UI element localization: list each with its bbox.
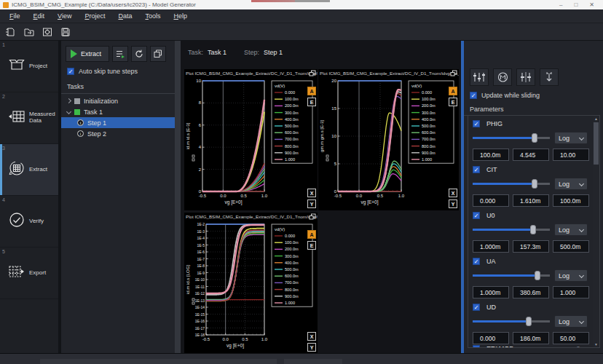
maximize-plot-icon[interactable] [309, 213, 316, 220]
slider-handle[interactable] [535, 271, 540, 280]
scroll-up-icon[interactable]: ▲ [593, 116, 599, 121]
plot-canvas-log[interactable]: Plot ICMG_BSIM_CMG_Example_Extract/DC_IV… [184, 213, 318, 354]
plot-canvas-idvg[interactable]: Plot ICMG_BSIM_CMG_Example_Extract/DC_IV… [184, 69, 318, 210]
param-max-field[interactable]: 1.000 [553, 286, 589, 298]
param-value-field[interactable]: 186.0m [513, 332, 549, 344]
param-checkbox-u0[interactable]: ✓ [473, 212, 480, 219]
menu-edit[interactable]: Edit [27, 9, 52, 23]
sidebar-item-extract[interactable]: 3Extract [0, 144, 58, 196]
maximize-icon[interactable]: □ [574, 0, 578, 9]
slider-handle[interactable] [532, 179, 537, 189]
open-project-icon[interactable] [23, 25, 36, 39]
e-button[interactable]: E [449, 98, 457, 106]
project-settings-icon[interactable] [41, 25, 54, 39]
scale-select-ud[interactable]: Log [554, 315, 588, 328]
y-axis-button[interactable]: Y [307, 199, 316, 208]
menu-data[interactable]: Data [111, 9, 138, 23]
param-checkbox-ua[interactable]: ✓ [473, 258, 480, 265]
param-max-field[interactable]: 50.00 [553, 332, 589, 344]
param-slider-u0[interactable] [473, 223, 550, 236]
param-min-field[interactable]: 1.000m [473, 240, 509, 253]
scrollbar-thumb[interactable] [594, 122, 599, 165]
param-value-field[interactable]: 4.545 [513, 149, 549, 161]
param-value-field[interactable]: 157.3m [513, 240, 549, 253]
scale-select-phig[interactable]: Log [554, 132, 588, 144]
parameter-scrollbar[interactable]: ▲ ▼ [593, 116, 599, 347]
autoscale-button[interactable]: A [307, 230, 316, 239]
menu-project[interactable]: Project [78, 9, 111, 23]
y-axis-button[interactable]: Y [307, 343, 316, 352]
menu-tools[interactable]: Tools [138, 9, 167, 23]
param-max-field[interactable]: 10.00 [553, 149, 589, 161]
menu-file[interactable]: File [3, 9, 27, 23]
chevron-down-icon[interactable] [66, 109, 71, 114]
param-value-field[interactable]: 1.610m [513, 194, 549, 207]
param-max-field[interactable]: 500.0m [553, 240, 589, 253]
slider-handle[interactable] [532, 133, 537, 143]
param-slider-cit[interactable] [473, 178, 550, 190]
param-min-field[interactable]: 1.000m [473, 286, 509, 298]
x-axis-button[interactable]: X [307, 189, 316, 197]
param-min-field[interactable]: 0.000 [473, 332, 509, 344]
tree-row-step-2[interactable]: iStep 2 [61, 128, 175, 139]
retune-m-icon[interactable] [493, 68, 512, 86]
param-value-field[interactable]: 380.6m [513, 286, 549, 298]
extract-button-label: Extract [81, 50, 101, 58]
task-toolbar: Extract [61, 41, 175, 66]
sidebar-item-export[interactable]: 5Export [0, 248, 58, 299]
sidebar-item-project[interactable]: 1Project [0, 41, 58, 92]
new-project-icon[interactable] [4, 25, 17, 39]
scale-select-ua[interactable]: Log [554, 269, 588, 282]
run-list-icon[interactable] [112, 46, 128, 62]
autoscale-button[interactable]: A [449, 87, 457, 95]
tune-sliders-icon[interactable] [470, 68, 489, 86]
auto-skip-checkbox[interactable]: ✓ [67, 68, 74, 75]
minimize-icon[interactable]: – [559, 0, 562, 9]
param-checkbox-phig[interactable]: ✓ [473, 120, 480, 127]
y-axis-button[interactable]: Y [449, 199, 457, 208]
scale-select-cit[interactable]: Log [554, 178, 588, 190]
sidebar-item-verify[interactable]: 4Verify [0, 196, 58, 248]
status-bar [0, 353, 603, 364]
menu-view[interactable]: View [51, 9, 78, 23]
slider-handle[interactable] [530, 225, 536, 234]
tree-row-step-1[interactable]: tStep 1 [61, 117, 175, 128]
update-sliding-checkbox[interactable]: ✓ [470, 92, 477, 99]
autoscale-button[interactable]: A [307, 87, 316, 95]
param-checkbox-ud[interactable]: ✓ [473, 304, 480, 311]
slider-track [473, 183, 550, 185]
plot-canvas-gm[interactable]: Plot ICMG_BSIM_CMG_Example_Extract/DC_IV… [318, 69, 459, 210]
panel-splitter[interactable] [175, 41, 181, 353]
update-sliding-row: ✓ Update while sliding [464, 86, 603, 99]
close-icon[interactable]: ✕ [589, 0, 594, 9]
menu-help[interactable]: Help [167, 9, 194, 23]
param-checkbox-etamob[interactable]: ✓ [473, 345, 480, 349]
maximize-plot-icon[interactable] [309, 70, 316, 76]
tune-center-icon[interactable] [516, 68, 535, 86]
maximize-plot-icon[interactable] [450, 70, 457, 76]
chevron-right-icon[interactable] [66, 98, 71, 103]
param-slider-ua[interactable] [473, 269, 550, 282]
save-icon[interactable] [59, 25, 72, 39]
slider-handle[interactable] [526, 317, 532, 326]
e-button[interactable]: E [307, 241, 316, 250]
x-axis-button[interactable]: X [307, 332, 316, 341]
apply-m-icon[interactable] [540, 68, 559, 86]
extract-run-button[interactable]: Extract [66, 46, 109, 62]
x-axis-button[interactable]: X [449, 189, 457, 197]
e-button[interactable]: E [307, 98, 316, 106]
refresh-icon[interactable] [131, 46, 147, 62]
param-slider-phig[interactable] [473, 132, 550, 144]
scale-select-u0[interactable]: Log [554, 223, 588, 236]
tree-row-task-1[interactable]: Task 1 [61, 106, 175, 117]
param-checkbox-cit[interactable]: ✓ [473, 166, 480, 173]
param-min-field[interactable]: 0.000 [473, 194, 509, 207]
duplicate-icon[interactable] [150, 46, 166, 62]
tree-row-initialization[interactable]: Initialization [61, 95, 175, 106]
param-min-field[interactable]: 100.0m [473, 149, 509, 161]
sidebar-item-measured-data[interactable]: 2Measured Data [0, 92, 58, 144]
task-panel: Extract ✓ Auto skip tune steps Tasks Ini… [61, 41, 175, 353]
param-slider-ud[interactable] [473, 315, 550, 328]
param-max-field[interactable]: 100.0m [553, 194, 589, 207]
scroll-down-icon[interactable]: ▼ [593, 342, 599, 347]
